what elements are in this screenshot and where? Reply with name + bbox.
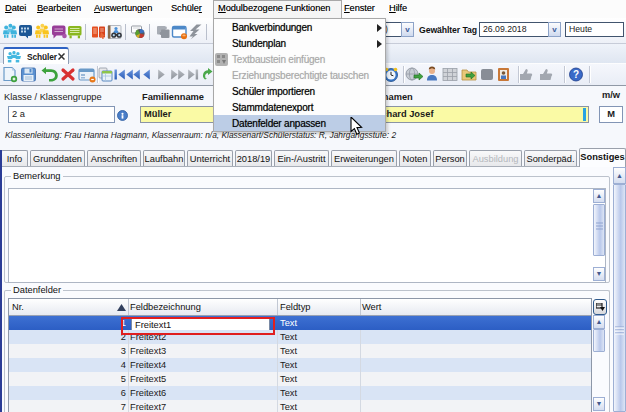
svg-text:?: ?: [573, 69, 579, 80]
